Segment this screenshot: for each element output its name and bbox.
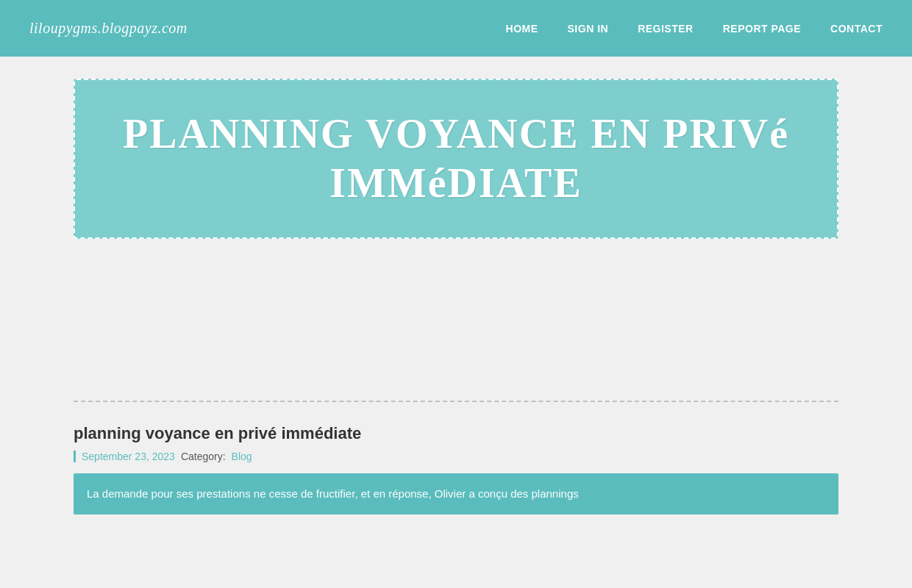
main-content: PLANNING VOYANCE EN PRIVé IMMéDIATE plan…: [0, 57, 912, 588]
article-category-label: Category:: [181, 451, 226, 462]
article-category-link[interactable]: Blog: [232, 451, 252, 462]
nav-register[interactable]: REGISTER: [638, 23, 694, 35]
hero-banner: PLANNING VOYANCE EN PRIVé IMMéDIATE: [74, 57, 838, 239]
article-title: planning voyance en privé immédiate: [74, 424, 838, 443]
hero-title: PLANNING VOYANCE EN PRIVé IMMéDIATE: [119, 110, 793, 208]
site-title: liloupygms.blogpayz.com: [29, 20, 188, 37]
article-date: September 23, 2023: [82, 451, 175, 462]
nav-home[interactable]: HOME: [506, 23, 538, 35]
article-excerpt: La demande pour ses prestations ne cesse…: [74, 473, 838, 514]
nav-sign-in[interactable]: SIGN IN: [568, 23, 609, 35]
main-nav: HOME SIGN IN REGISTER REPORT PAGE CONTAC…: [506, 23, 883, 35]
nav-report-page[interactable]: REPORT PAGE: [723, 23, 801, 35]
article-meta: September 23, 2023 Category: Blog: [74, 451, 838, 462]
hero-box: PLANNING VOYANCE EN PRIVé IMMéDIATE: [74, 79, 838, 239]
article-section: planning voyance en privé immédiate Sept…: [0, 402, 912, 529]
spacer: [0, 239, 912, 401]
site-header: liloupygms.blogpayz.com HOME SIGN IN REG…: [0, 0, 912, 57]
nav-contact[interactable]: CONTACT: [830, 23, 883, 35]
